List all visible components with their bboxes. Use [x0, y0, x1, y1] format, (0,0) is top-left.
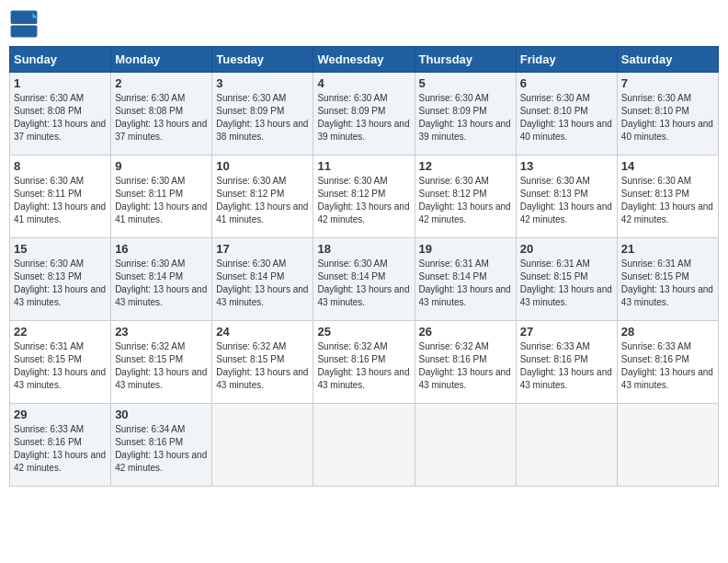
- calendar-cell: 17Sunrise: 6:30 AMSunset: 8:14 PMDayligh…: [212, 238, 313, 321]
- calendar-cell: 27Sunrise: 6:33 AMSunset: 8:16 PMDayligh…: [516, 321, 617, 404]
- calendar-header-monday: Monday: [111, 47, 212, 73]
- calendar-cell: [313, 404, 415, 487]
- calendar-cell: 14Sunrise: 6:30 AMSunset: 8:13 PMDayligh…: [617, 155, 718, 238]
- day-number: 24: [216, 325, 309, 339]
- svg-rect-1: [11, 26, 38, 38]
- day-info: Sunrise: 6:30 AMSunset: 8:08 PMDaylight:…: [115, 92, 208, 144]
- calendar-cell: 15Sunrise: 6:30 AMSunset: 8:13 PMDayligh…: [10, 238, 111, 321]
- calendar-cell: [617, 404, 718, 487]
- calendar-row-1: 1Sunrise: 6:30 AMSunset: 8:08 PMDaylight…: [10, 73, 719, 155]
- calendar-row-3: 15Sunrise: 6:30 AMSunset: 8:13 PMDayligh…: [10, 238, 719, 321]
- day-info: Sunrise: 6:32 AMSunset: 8:15 PMDaylight:…: [216, 340, 309, 392]
- day-info: Sunrise: 6:31 AMSunset: 8:15 PMDaylight:…: [520, 258, 613, 309]
- day-info: Sunrise: 6:32 AMSunset: 8:16 PMDaylight:…: [317, 340, 410, 392]
- calendar-cell: 5Sunrise: 6:30 AMSunset: 8:09 PMDaylight…: [415, 73, 516, 155]
- day-info: Sunrise: 6:33 AMSunset: 8:16 PMDaylight:…: [520, 340, 613, 392]
- day-number: 12: [419, 159, 512, 173]
- day-number: 18: [317, 242, 410, 256]
- day-number: 11: [317, 159, 410, 173]
- calendar: SundayMondayTuesdayWednesdayThursdayFrid…: [9, 46, 719, 487]
- calendar-cell: 18Sunrise: 6:30 AMSunset: 8:14 PMDayligh…: [313, 238, 415, 321]
- day-info: Sunrise: 6:30 AMSunset: 8:13 PMDaylight:…: [520, 175, 613, 226]
- day-number: 3: [216, 76, 309, 90]
- calendar-cell: 11Sunrise: 6:30 AMSunset: 8:12 PMDayligh…: [313, 155, 415, 238]
- day-info: Sunrise: 6:31 AMSunset: 8:15 PMDaylight:…: [621, 258, 714, 309]
- calendar-cell: 20Sunrise: 6:31 AMSunset: 8:15 PMDayligh…: [516, 238, 617, 321]
- calendar-row-4: 22Sunrise: 6:31 AMSunset: 8:15 PMDayligh…: [10, 321, 719, 404]
- day-info: Sunrise: 6:30 AMSunset: 8:10 PMDaylight:…: [621, 92, 714, 144]
- calendar-cell: 28Sunrise: 6:33 AMSunset: 8:16 PMDayligh…: [617, 321, 718, 404]
- page-header: [9, 9, 719, 39]
- calendar-cell: [516, 404, 617, 487]
- day-info: Sunrise: 6:30 AMSunset: 8:09 PMDaylight:…: [419, 92, 512, 144]
- calendar-header-wednesday: Wednesday: [313, 47, 415, 73]
- calendar-cell: 6Sunrise: 6:30 AMSunset: 8:10 PMDaylight…: [516, 73, 617, 155]
- day-number: 8: [14, 159, 107, 173]
- day-info: Sunrise: 6:30 AMSunset: 8:09 PMDaylight:…: [317, 92, 410, 144]
- day-number: 2: [115, 76, 208, 90]
- day-number: 26: [419, 325, 512, 339]
- day-number: 13: [520, 159, 613, 173]
- calendar-cell: 30Sunrise: 6:34 AMSunset: 8:16 PMDayligh…: [111, 404, 212, 487]
- day-number: 7: [621, 76, 714, 90]
- calendar-header-friday: Friday: [516, 47, 617, 73]
- calendar-cell: 26Sunrise: 6:32 AMSunset: 8:16 PMDayligh…: [415, 321, 516, 404]
- calendar-header-saturday: Saturday: [617, 47, 718, 73]
- calendar-header-sunday: Sunday: [10, 47, 111, 73]
- day-info: Sunrise: 6:30 AMSunset: 8:12 PMDaylight:…: [216, 175, 309, 226]
- calendar-header-thursday: Thursday: [415, 47, 516, 73]
- day-number: 29: [14, 408, 107, 421]
- day-number: 4: [317, 76, 410, 90]
- day-info: Sunrise: 6:30 AMSunset: 8:14 PMDaylight:…: [317, 258, 410, 309]
- calendar-cell: 4Sunrise: 6:30 AMSunset: 8:09 PMDaylight…: [313, 73, 415, 155]
- day-info: Sunrise: 6:30 AMSunset: 8:09 PMDaylight:…: [216, 92, 309, 144]
- calendar-cell: 25Sunrise: 6:32 AMSunset: 8:16 PMDayligh…: [313, 321, 415, 404]
- calendar-header-tuesday: Tuesday: [212, 47, 313, 73]
- day-info: Sunrise: 6:31 AMSunset: 8:14 PMDaylight:…: [419, 258, 512, 309]
- calendar-cell: 1Sunrise: 6:30 AMSunset: 8:08 PMDaylight…: [10, 73, 111, 155]
- logo-icon: [9, 9, 39, 39]
- day-info: Sunrise: 6:30 AMSunset: 8:14 PMDaylight:…: [216, 258, 309, 309]
- calendar-cell: 12Sunrise: 6:30 AMSunset: 8:12 PMDayligh…: [415, 155, 516, 238]
- day-number: 6: [520, 76, 613, 90]
- day-info: Sunrise: 6:30 AMSunset: 8:12 PMDaylight:…: [419, 175, 512, 226]
- day-number: 21: [621, 242, 714, 256]
- calendar-cell: 10Sunrise: 6:30 AMSunset: 8:12 PMDayligh…: [212, 155, 313, 238]
- calendar-cell: 2Sunrise: 6:30 AMSunset: 8:08 PMDaylight…: [111, 73, 212, 155]
- day-info: Sunrise: 6:33 AMSunset: 8:16 PMDaylight:…: [621, 340, 714, 392]
- day-info: Sunrise: 6:32 AMSunset: 8:15 PMDaylight:…: [115, 340, 208, 392]
- day-info: Sunrise: 6:30 AMSunset: 8:11 PMDaylight:…: [115, 175, 208, 226]
- calendar-cell: 13Sunrise: 6:30 AMSunset: 8:13 PMDayligh…: [516, 155, 617, 238]
- calendar-cell: 29Sunrise: 6:33 AMSunset: 8:16 PMDayligh…: [10, 404, 111, 487]
- day-number: 10: [216, 159, 309, 173]
- day-info: Sunrise: 6:33 AMSunset: 8:16 PMDaylight:…: [14, 423, 107, 475]
- day-info: Sunrise: 6:34 AMSunset: 8:16 PMDaylight:…: [115, 423, 208, 475]
- day-info: Sunrise: 6:30 AMSunset: 8:12 PMDaylight:…: [317, 175, 410, 226]
- calendar-cell: [415, 404, 516, 487]
- calendar-cell: 22Sunrise: 6:31 AMSunset: 8:15 PMDayligh…: [10, 321, 111, 404]
- day-number: 22: [14, 325, 107, 339]
- day-number: 20: [520, 242, 613, 256]
- day-number: 28: [621, 325, 714, 339]
- day-number: 25: [317, 325, 410, 339]
- day-number: 27: [520, 325, 613, 339]
- calendar-cell: 3Sunrise: 6:30 AMSunset: 8:09 PMDaylight…: [212, 73, 313, 155]
- calendar-cell: [212, 404, 313, 487]
- calendar-header-row: SundayMondayTuesdayWednesdayThursdayFrid…: [10, 47, 719, 73]
- calendar-cell: 19Sunrise: 6:31 AMSunset: 8:14 PMDayligh…: [415, 238, 516, 321]
- day-number: 5: [419, 76, 512, 90]
- day-info: Sunrise: 6:30 AMSunset: 8:14 PMDaylight:…: [115, 258, 208, 309]
- day-info: Sunrise: 6:30 AMSunset: 8:08 PMDaylight:…: [14, 92, 107, 144]
- day-info: Sunrise: 6:31 AMSunset: 8:15 PMDaylight:…: [14, 340, 107, 392]
- day-info: Sunrise: 6:30 AMSunset: 8:13 PMDaylight:…: [621, 175, 714, 226]
- day-info: Sunrise: 6:30 AMSunset: 8:13 PMDaylight:…: [14, 258, 107, 309]
- calendar-cell: 24Sunrise: 6:32 AMSunset: 8:15 PMDayligh…: [212, 321, 313, 404]
- day-number: 30: [115, 408, 208, 421]
- calendar-cell: 7Sunrise: 6:30 AMSunset: 8:10 PMDaylight…: [617, 73, 718, 155]
- calendar-cell: 8Sunrise: 6:30 AMSunset: 8:11 PMDaylight…: [10, 155, 111, 238]
- logo: [9, 9, 42, 39]
- day-number: 1: [14, 76, 107, 90]
- day-number: 15: [14, 242, 107, 256]
- calendar-cell: 16Sunrise: 6:30 AMSunset: 8:14 PMDayligh…: [111, 238, 212, 321]
- day-info: Sunrise: 6:30 AMSunset: 8:11 PMDaylight:…: [14, 175, 107, 226]
